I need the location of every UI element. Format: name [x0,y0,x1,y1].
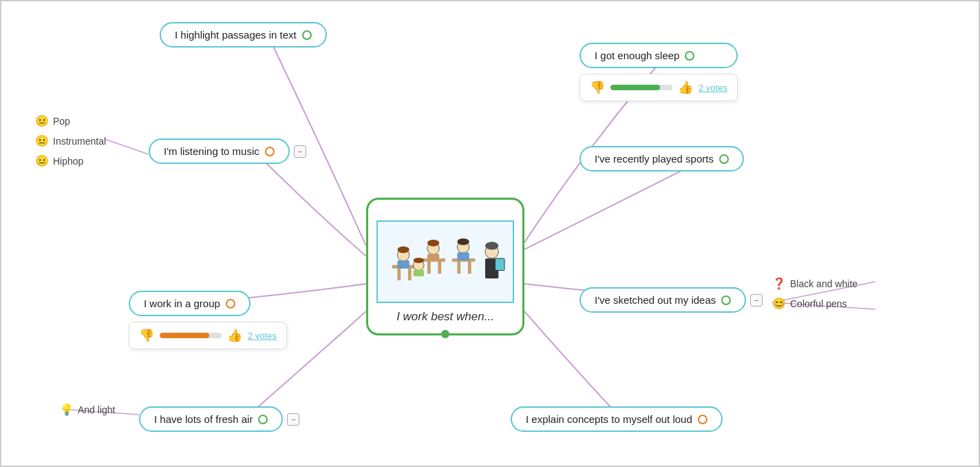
node-explain: I explain concepts to myself out loud [511,406,723,432]
sketched-dot [721,295,731,305]
bubble-music[interactable]: I'm listening to music [149,138,290,164]
bw-label: Black and white [790,278,858,289]
bubble-explain-label: I explain concepts to myself out loud [526,413,692,425]
svg-rect-8 [427,262,431,273]
sleep-thumbdown-icon[interactable]: 👎 [590,80,605,95]
bubble-music-label: I'm listening to music [164,145,259,157]
sleep-bar-fill [610,85,660,90]
sleep-votes[interactable]: 2 votes [699,83,727,93]
svg-point-26 [457,238,469,245]
freshair-collapse-btn[interactable]: − [287,413,299,426]
classroom-image [376,220,514,303]
svg-rect-12 [468,262,471,273]
music-sub-hiphop: 😐 Hiphop [35,154,106,167]
svg-rect-11 [457,262,460,273]
svg-rect-5 [397,269,401,280]
bubble-sports-label: I've recently played sports [595,153,714,165]
group-dot [226,299,235,309]
sleep-rating: 👎 👍 2 votes [579,74,738,101]
sketched-sub-items: ❓ Black and white 😊 Colorful pens [772,277,858,310]
bubble-group-label: I work in a group [144,298,220,309]
sports-dot [719,154,729,164]
bubble-sleep[interactable]: I got enough sleep [579,43,738,68]
highlight-dot [302,30,312,40]
svg-rect-18 [457,252,469,260]
center-dot [441,330,449,338]
bubble-sports[interactable]: I've recently played sports [579,146,744,172]
color-label: Colorful pens [790,298,847,309]
music-dot [265,147,275,156]
group-rating: 👎 👍 2 votes [129,322,287,349]
light-emoji: 💡 [60,403,74,416]
sketched-sub-bw: ❓ Black and white [772,277,858,290]
sketched-collapse-btn[interactable]: − [750,294,763,307]
group-votes[interactable]: 2 votes [248,331,277,341]
bubble-highlight[interactable]: I highlight passages in text [160,22,327,48]
music-collapse-btn[interactable]: − [294,145,306,158]
color-emoji: 😊 [772,297,786,310]
center-node[interactable]: I work best when... [366,198,524,335]
svg-rect-6 [408,269,412,280]
node-sleep: I got enough sleep 👎 👍 2 votes [579,43,738,101]
svg-point-28 [485,242,498,250]
pop-emoji: 😐 [35,114,49,127]
bubble-group[interactable]: I work in a group [129,291,251,316]
freshair-dot [258,415,268,424]
svg-rect-9 [438,262,441,273]
bubble-highlight-label: I highlight passages in text [175,29,297,41]
sleep-dot [685,51,694,61]
svg-rect-16 [427,253,439,262]
svg-point-27 [414,258,424,263]
hiphop-emoji: 😐 [35,154,49,167]
center-label: I work best when... [396,310,494,324]
music-sub-items: 😐 Pop 😐 Instrumental 😐 Hiphop [35,114,106,167]
svg-line-0 [105,139,149,154]
bubble-freshair[interactable]: I have lots of fresh air [139,406,283,432]
group-thumbdown-icon[interactable]: 👎 [139,328,154,343]
group-rating-bar [160,333,222,338]
light-label: And light [78,404,115,415]
node-sketched: I've sketched out my ideas − ❓ Black and… [579,287,763,313]
node-group: I work in a group 👎 👍 2 votes [129,291,287,349]
freshair-sub-items: 💡 And light [60,403,115,416]
bubble-freshair-label: I have lots of fresh air [154,413,253,425]
svg-point-25 [427,240,439,247]
bubble-sleep-label: I got enough sleep [595,50,679,61]
group-thumbup-icon[interactable]: 👍 [227,328,242,343]
bubble-explain[interactable]: I explain concepts to myself out loud [511,406,723,432]
sleep-thumbup-icon[interactable]: 👍 [678,80,693,95]
freshair-sub-light: 💡 And light [60,403,115,416]
sleep-rating-bar [610,85,672,90]
instrumental-label: Instrumental [53,136,106,147]
music-sub-pop: 😐 Pop [35,114,106,127]
svg-rect-23 [496,258,505,270]
bubble-sketched-label: I've sketched out my ideas [595,294,716,306]
svg-rect-20 [414,270,424,277]
music-sub-instrumental: 😐 Instrumental [35,134,106,147]
node-highlight: I highlight passages in text [160,22,327,48]
svg-rect-14 [397,260,409,269]
node-music: I'm listening to music − 😐 Pop 😐 Instrum… [149,138,306,164]
bubble-sketched[interactable]: I've sketched out my ideas [579,287,746,313]
pop-label: Pop [53,116,70,127]
hiphop-label: Hiphop [53,156,83,167]
svg-point-24 [397,247,409,253]
node-sports: I've recently played sports [579,146,744,172]
bw-emoji: ❓ [772,277,786,290]
group-bar-fill [160,333,209,338]
node-freshair: I have lots of fresh air − 💡 And light [139,406,299,432]
sketched-sub-color: 😊 Colorful pens [772,297,858,310]
instrumental-emoji: 😐 [35,134,49,147]
explain-dot [698,415,707,424]
